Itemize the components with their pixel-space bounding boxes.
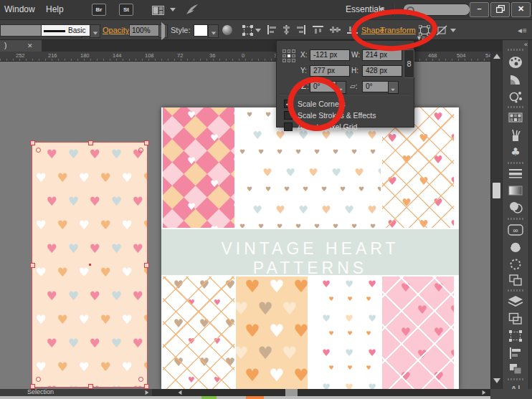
document-close-icon[interactable]: ✕ bbox=[27, 40, 33, 52]
opacity-link[interactable]: Opacity: bbox=[103, 26, 131, 34]
scroll-left-icon[interactable] bbox=[179, 390, 182, 395]
image-trace-panel-icon[interactable] bbox=[508, 258, 523, 272]
heart-row: ♥♥♥♥♥♥ bbox=[32, 314, 147, 326]
heart-row: ♥♥♥ bbox=[166, 357, 234, 368]
gradient-panel-icon[interactable] bbox=[508, 185, 523, 199]
creative-cloud-panel-icon[interactable]: ∞ bbox=[508, 223, 523, 238]
h-field[interactable]: 428 px bbox=[362, 65, 402, 77]
shear-caret-icon[interactable] bbox=[388, 81, 399, 94]
panel-dock: « ♣ ∞ bbox=[502, 40, 532, 399]
opacity-field[interactable]: 100% bbox=[129, 24, 161, 37]
distribute-center-icon[interactable] bbox=[330, 25, 341, 34]
svg-text:∞: ∞ bbox=[513, 226, 518, 234]
dock-grip[interactable] bbox=[508, 162, 523, 164]
w-label: W: bbox=[351, 51, 360, 59]
stock-button[interactable]: St bbox=[119, 4, 133, 16]
transform-panel-dock-icon[interactable] bbox=[508, 330, 523, 344]
isolate-caret-icon[interactable] bbox=[450, 29, 456, 32]
style-caret-icon[interactable] bbox=[208, 24, 219, 38]
color-panel-icon[interactable] bbox=[508, 56, 523, 70]
document-tab[interactable]: ) ✕ bbox=[0, 40, 42, 52]
heart-row: ♥♥♥ bbox=[315, 348, 381, 357]
heart-row: ♥♥♥ bbox=[191, 133, 234, 143]
artboards-panel-icon[interactable] bbox=[508, 312, 523, 327]
heart-row: ♥♥♥♥ bbox=[236, 300, 308, 317]
heart-row: ♥♥♥♥ bbox=[322, 365, 381, 371]
align-left-icon[interactable] bbox=[267, 25, 277, 34]
w-field[interactable]: 214 px bbox=[362, 49, 402, 61]
dock-grip[interactable] bbox=[508, 106, 523, 108]
scroll-down-icon[interactable] bbox=[493, 378, 500, 383]
selected-heart-pattern-object[interactable]: ♥♥♥♥♥♥♥♥♥♥♥♥♥♥♥♥♥♥♥♥♥♥♥♥♥♥♥♥♥♥♥♥♥♥♥♥♥♥♥♥… bbox=[32, 143, 147, 387]
brushes-panel-icon[interactable] bbox=[508, 129, 523, 143]
scroll-up-icon[interactable] bbox=[493, 54, 500, 59]
workspace-caret-icon[interactable] bbox=[170, 8, 176, 11]
vertical-scrollbar[interactable] bbox=[490, 52, 503, 389]
panel-menu-icon[interactable]: ◄≡ bbox=[516, 27, 526, 34]
heart-row: ♥♥♥♥♥ bbox=[41, 337, 147, 350]
dock-grip[interactable] bbox=[508, 218, 523, 220]
heart-row: ♥♥ bbox=[406, 349, 454, 360]
heart-row: ♥♥♥ bbox=[391, 198, 454, 208]
heart-row: ♥♥♥ bbox=[168, 202, 234, 211]
distribute-top-icon[interactable] bbox=[313, 25, 323, 34]
reference-point-icon[interactable] bbox=[282, 49, 295, 62]
heart-row: ♥♥♥♥ bbox=[322, 297, 381, 302]
expand-panels-icon[interactable]: « bbox=[524, 41, 528, 48]
align-panel-icon[interactable] bbox=[508, 347, 523, 361]
main-artboard[interactable]: ♥♥♥♥♥♥♥♥♥♥♥♥♥♥♥♥♥♥ ♥♥♥♥♥♥♥♥♥♥♥♥♥♥♥♥♥♥♥♥♥… bbox=[161, 107, 459, 389]
horizontal-scroll-thumb[interactable] bbox=[285, 389, 298, 396]
bridge-button[interactable]: Br bbox=[92, 4, 106, 16]
heart-row: ♥♥♥♥♥♥ bbox=[32, 266, 147, 279]
pattern-tile-argyle: ♥♥♥♥♥♥♥♥♥♥♥♥♥♥♥♥♥♥ bbox=[163, 107, 234, 228]
isolate-selected-icon[interactable] bbox=[436, 25, 447, 36]
vertical-scroll-thumb[interactable] bbox=[493, 183, 500, 198]
symbols-panel-icon[interactable]: ♣ bbox=[508, 145, 523, 159]
brush-caret-icon[interactable] bbox=[90, 24, 100, 38]
menu-window[interactable]: Window bbox=[4, 4, 35, 14]
kuler-panel-icon[interactable] bbox=[508, 241, 523, 255]
ruler-tick: 144 bbox=[113, 52, 122, 59]
align-center-icon[interactable] bbox=[281, 25, 292, 34]
align-right-icon[interactable] bbox=[295, 25, 306, 34]
style-label: Style: bbox=[171, 26, 191, 34]
style-swatch[interactable] bbox=[194, 24, 208, 37]
heart-row: ♥♥♥ bbox=[382, 176, 454, 187]
document-setup-icon[interactable] bbox=[222, 25, 232, 35]
scroll-right-icon[interactable] bbox=[483, 390, 486, 395]
swatches-panel-icon[interactable] bbox=[508, 112, 523, 126]
heart-row: ♥♥♥ bbox=[315, 383, 381, 389]
shear-field[interactable]: 0° bbox=[362, 81, 391, 92]
restore-button[interactable] bbox=[490, 2, 510, 17]
menu-help[interactable]: Help bbox=[46, 4, 64, 14]
x-field[interactable]: -121 px bbox=[310, 49, 350, 61]
constrain-proportions-icon[interactable]: 8 bbox=[404, 49, 414, 78]
feather-icon[interactable] bbox=[185, 4, 199, 19]
select-similar-caret-icon[interactable] bbox=[255, 29, 261, 32]
status-flyout-icon[interactable] bbox=[146, 390, 149, 395]
brush-definition-select[interactable]: Basic bbox=[41, 24, 92, 37]
heart-row: ♥♥♥♥♥♥ bbox=[32, 361, 147, 373]
dock-grip[interactable] bbox=[508, 289, 523, 292]
y-field[interactable]: 277 px bbox=[310, 65, 350, 77]
minimize-button[interactable]: – bbox=[470, 2, 489, 17]
opacity-spinner-icon[interactable] bbox=[158, 24, 168, 38]
transparency-panel-icon[interactable] bbox=[508, 201, 523, 215]
color-guide-panel-icon[interactable] bbox=[508, 73, 523, 87]
dock-grip[interactable] bbox=[508, 378, 523, 380]
document-tab-label: ) bbox=[4, 42, 6, 49]
links-panel-icon[interactable] bbox=[508, 274, 523, 288]
dock-grip[interactable] bbox=[508, 49, 523, 51]
bottom-edge-strip bbox=[0, 396, 490, 399]
heart-row: ♥♥♥ bbox=[168, 156, 234, 165]
layers-panel-icon[interactable] bbox=[508, 295, 523, 309]
pathfinder-panel-icon[interactable] bbox=[508, 362, 523, 377]
select-similar-icon[interactable] bbox=[242, 25, 253, 36]
checkbox-box[interactable] bbox=[284, 122, 293, 131]
stroke-panel-icon[interactable] bbox=[508, 168, 523, 182]
workspace-switcher-icon[interactable] bbox=[152, 5, 164, 18]
heart-row: ♥♥ bbox=[406, 304, 454, 316]
close-button[interactable]: ✕ bbox=[511, 2, 531, 17]
menu-bar: Window Help Br St Essentials – ✕ bbox=[0, 0, 532, 19]
recolor-artwork-panel-icon[interactable] bbox=[508, 90, 523, 105]
